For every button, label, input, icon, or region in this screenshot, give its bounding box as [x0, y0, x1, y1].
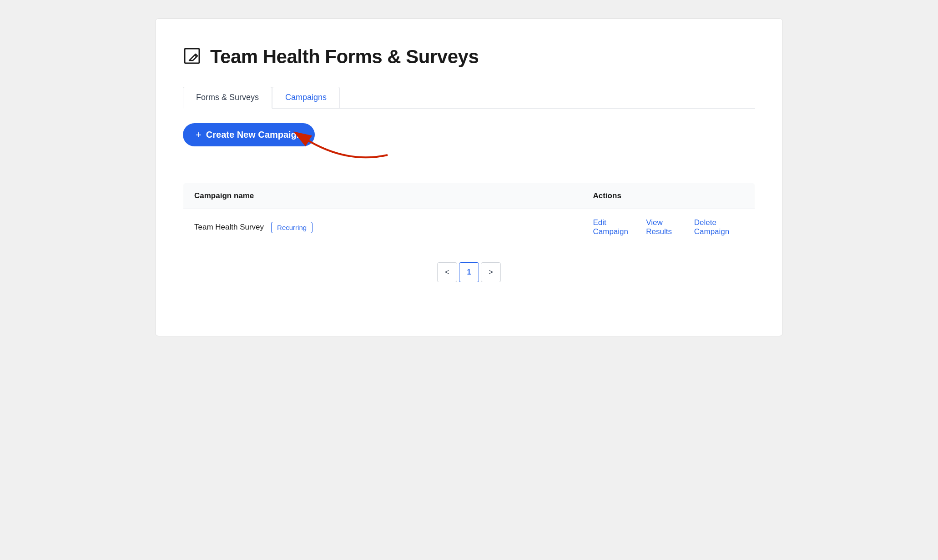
campaign-name-cell: Team Health Survey Recurring	[183, 209, 582, 246]
delete-campaign-link[interactable]: Delete Campaign	[694, 218, 744, 236]
tab-campaigns[interactable]: Campaigns	[272, 87, 340, 109]
page-title: Team Health Forms & Surveys	[210, 46, 479, 68]
pagination: < 1 >	[183, 262, 755, 282]
edit-icon	[183, 47, 203, 67]
edit-campaign-link[interactable]: Edit Campaign	[593, 218, 635, 236]
column-header-actions: Actions	[582, 183, 755, 209]
recurring-badge: Recurring	[271, 222, 313, 233]
create-new-campaign-button[interactable]: + Create New Campaign	[183, 123, 315, 146]
campaign-name: Team Health Survey	[194, 223, 264, 232]
pagination-prev-button[interactable]: <	[437, 262, 457, 282]
pagination-page-1-button[interactable]: 1	[459, 262, 479, 282]
campaign-table: Campaign name Actions Team Health Survey…	[183, 183, 755, 246]
create-button-label: Create New Campaign	[206, 130, 302, 140]
table-body: Team Health Survey Recurring Edit Campai…	[183, 209, 755, 246]
tab-forms-surveys[interactable]: Forms & Surveys	[183, 87, 272, 109]
plus-icon: +	[196, 130, 202, 140]
column-header-campaign-name: Campaign name	[183, 183, 582, 209]
page-container: Team Health Forms & Surveys Forms & Surv…	[155, 18, 783, 336]
table-header: Campaign name Actions	[183, 183, 755, 209]
actions-cell: Edit Campaign View Results Delete Campai…	[582, 209, 755, 246]
tabs-row: Forms & Surveys Campaigns	[183, 86, 755, 109]
view-results-link[interactable]: View Results	[646, 218, 683, 236]
table-row: Team Health Survey Recurring Edit Campai…	[183, 209, 755, 246]
page-title-row: Team Health Forms & Surveys	[183, 46, 755, 68]
pagination-next-button[interactable]: >	[481, 262, 501, 282]
